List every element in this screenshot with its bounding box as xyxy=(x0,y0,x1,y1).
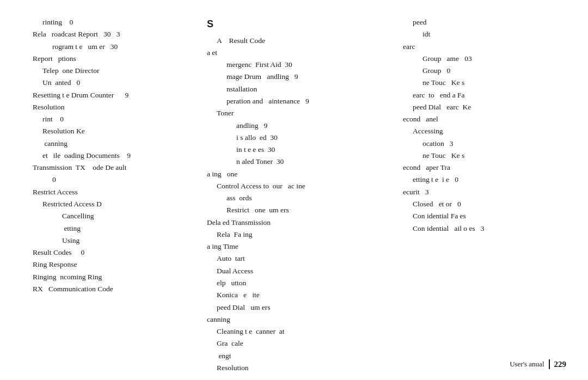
left-entry: Cancelling xyxy=(33,210,196,222)
middle-entry: n aled Toner 30 xyxy=(207,156,392,168)
left-entry: Ring Response xyxy=(33,259,196,271)
left-entry: Report ptions xyxy=(33,53,196,65)
right-entry: etting t e i e 0 xyxy=(403,174,566,186)
right-entry: Con idential ail o es 3 xyxy=(403,223,566,235)
left-entry: Rela roadcast Report 30 3 xyxy=(33,28,196,40)
right-entry: econd aper Tra xyxy=(403,162,566,174)
left-entry: canning xyxy=(33,138,196,150)
footer-page: 229 xyxy=(554,360,567,369)
middle-entry: A Result Code xyxy=(207,35,392,47)
left-entry: Ringing ncoming Ring xyxy=(33,271,196,283)
section-letter-s: S xyxy=(207,16,392,33)
right-entry: Con idential Fa es xyxy=(403,210,566,222)
page-content: rinting 0Rela roadcast Report 30 3rogram… xyxy=(0,0,588,380)
footer: User's anual 229 xyxy=(510,359,566,369)
right-entry: peed xyxy=(403,16,566,28)
footer-divider xyxy=(549,359,550,369)
middle-entry: Auto tart xyxy=(207,253,392,265)
middle-entry: mage Drum andling 9 xyxy=(207,71,392,83)
left-entry: etting xyxy=(33,223,196,235)
right-entry: peed Dial earc Ke xyxy=(403,101,566,113)
right-entry: ne Touc Ke s xyxy=(403,77,566,89)
left-entry: Un anted 0 xyxy=(33,77,196,89)
right-entry: Group ame 03 xyxy=(403,53,566,65)
left-entry: Restrict Access xyxy=(33,186,196,198)
left-entry: rinting 0 xyxy=(33,16,196,28)
left-entry: rogram t e um er 30 xyxy=(33,41,196,53)
left-entry: Resetting t e Drum Counter 9 xyxy=(33,89,196,101)
right-entry: ocation 3 xyxy=(403,138,566,150)
middle-entry: peration and aintenance 9 xyxy=(207,95,392,107)
left-entry: Result Codes 0 xyxy=(33,247,196,259)
left-entry: Resolution xyxy=(33,101,196,113)
middle-entry: Toner xyxy=(207,107,392,119)
right-entry: Accessing xyxy=(403,125,566,137)
middle-entry: peed Dial um ers xyxy=(207,302,392,314)
middle-entry: nstallation xyxy=(207,83,392,95)
right-entry: Group 0 xyxy=(403,65,566,77)
left-entry: Restricted Access D xyxy=(33,198,196,210)
middle-entry: a ing Time xyxy=(207,241,392,253)
middle-entry: Gra cale xyxy=(207,338,392,350)
middle-entry: canning xyxy=(207,314,392,326)
middle-entry: ass ords xyxy=(207,192,392,204)
left-entry: Telep one Director xyxy=(33,65,196,77)
middle-entry: elp utton xyxy=(207,277,392,289)
left-entry: Resolution Ke xyxy=(33,125,196,137)
right-entry: econd anel xyxy=(403,113,566,125)
middle-entry: Konica e ite xyxy=(207,289,392,301)
middle-entry: Rela Fa ing xyxy=(207,229,392,241)
left-entry: Using xyxy=(33,235,196,247)
middle-entry: Resolution xyxy=(207,362,392,374)
left-entry: RX Communication Code xyxy=(33,283,196,295)
column-left: rinting 0Rela roadcast Report 30 3rogram… xyxy=(33,16,201,358)
left-entry: rint 0 xyxy=(33,113,196,125)
middle-entry: i s allo ed 30 xyxy=(207,132,392,144)
middle-entry: a ing one xyxy=(207,168,392,180)
column-middle: S A Result Codea etmergenc First Aid 30m… xyxy=(201,16,397,358)
middle-entry: Dela ed Transmission xyxy=(207,217,392,229)
right-entry: ne Touc Ke s xyxy=(403,150,566,162)
left-entry: et ile oading Documents 9 xyxy=(33,150,196,162)
right-entry: Closed et or 0 xyxy=(403,198,566,210)
middle-entry: Restrict one um ers xyxy=(207,204,392,216)
right-entry: idt xyxy=(403,28,566,40)
left-entry: Transmission TX ode De ault xyxy=(33,162,196,174)
middle-entry: Control Access to our ac ine xyxy=(207,180,392,192)
left-entry: 0 xyxy=(33,174,196,186)
column-right: peedidtearcGroup ame 03Group 0ne Touc Ke… xyxy=(397,16,566,358)
middle-entry: Cleaning t e canner at xyxy=(207,326,392,338)
right-entry: ecurit 3 xyxy=(403,186,566,198)
middle-entry: a et xyxy=(207,47,392,59)
right-entry: earc xyxy=(403,41,566,53)
middle-entry: mergenc First Aid 30 xyxy=(207,59,392,71)
middle-entry: Dual Access xyxy=(207,265,392,277)
middle-entry: andling 9 xyxy=(207,120,392,132)
middle-entry: in t e e es 30 xyxy=(207,144,392,156)
right-entry: earc to end a Fa xyxy=(403,89,566,101)
footer-text: User's anual xyxy=(510,360,544,369)
middle-entry: engt xyxy=(207,350,392,362)
